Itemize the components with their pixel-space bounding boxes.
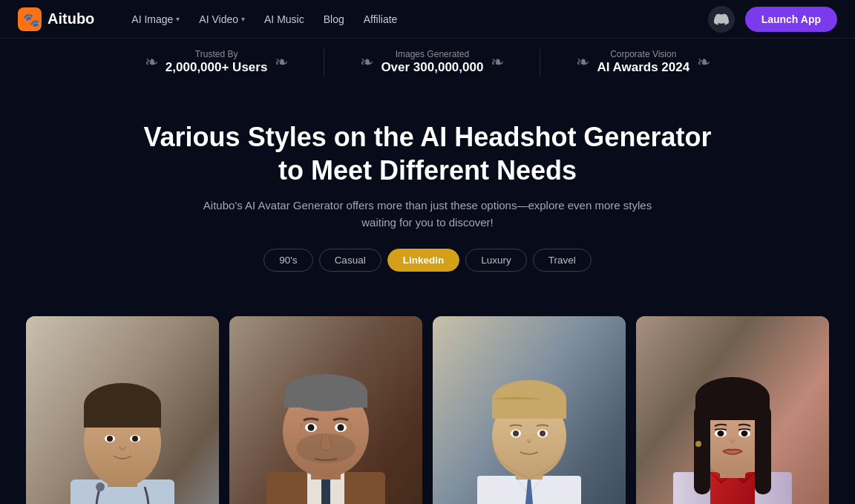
svg-rect-45 (694, 405, 710, 494)
tab-travel[interactable]: Travel (533, 249, 592, 272)
svg-point-24 (308, 425, 315, 431)
svg-rect-46 (755, 405, 771, 494)
portrait-doctor (26, 316, 219, 504)
nav-right: Launch App (708, 6, 837, 33)
hero-section: Various Styles on the AI Headshot Genera… (0, 89, 855, 316)
discord-button[interactable] (708, 6, 735, 33)
tab-linkedin[interactable]: Linkedin (387, 249, 460, 272)
laurel-right-3: ❧ (697, 53, 710, 72)
svg-point-50 (741, 431, 748, 436)
svg-rect-31 (492, 399, 566, 419)
svg-point-10 (107, 436, 113, 442)
image-card-doctor[interactable]: Doctor (26, 316, 219, 504)
nav-blog[interactable]: Blog (316, 9, 352, 30)
tab-90s[interactable]: 90's (263, 249, 312, 272)
svg-point-34 (513, 431, 519, 436)
image-card-business[interactable]: Business (229, 316, 422, 504)
brand-name: Aitubo (48, 10, 94, 27)
tab-casual[interactable]: Casual (319, 249, 381, 272)
laurel-right-1: ❧ (275, 53, 288, 72)
svg-point-35 (540, 431, 546, 436)
nav-ai-video[interactable]: AI Video ▾ (191, 9, 252, 30)
logo[interactable]: 🐾 Aitubo (18, 7, 94, 31)
chevron-down-icon: ▾ (176, 15, 180, 23)
image-card-corporate-2[interactable]: Corporate (636, 316, 829, 504)
stat-text-1: Trusted By 2,000,000+ Users (166, 49, 268, 76)
image-card-corporate-1[interactable]: Corporate (433, 316, 626, 504)
chevron-down-icon: ▾ (241, 15, 245, 23)
nav-affiliate[interactable]: Affiliate (356, 9, 405, 30)
style-tabs: 90's Casual Linkedin Luxury Travel (15, 249, 840, 272)
svg-point-12 (96, 482, 105, 491)
svg-rect-16 (321, 476, 330, 504)
svg-rect-20 (284, 393, 367, 408)
svg-point-51 (695, 441, 701, 447)
svg-text:🐾: 🐾 (23, 12, 40, 28)
stat-text-3: Corporate Vision AI Awards 2024 (597, 49, 689, 76)
navbar: 🐾 Aitubo AI Image ▾ AI Video ▾ AI Music … (0, 0, 855, 39)
launch-app-button[interactable]: Launch App (745, 7, 837, 32)
image-grid: Doctor (0, 316, 855, 504)
stat-text-2: Images Generated Over 300,000,000 (381, 49, 483, 76)
stat-images-generated: ❧ Images Generated Over 300,000,000 ❧ (324, 49, 540, 76)
laurel-left-2: ❧ (360, 53, 373, 72)
stat-trusted-by: ❧ Trusted By 2,000,000+ Users ❧ (109, 49, 325, 76)
hero-subtitle: Aitubo's AI Avatar Generator offers more… (197, 197, 658, 231)
logo-icon: 🐾 (18, 7, 42, 31)
portrait-corporate-2 (636, 316, 829, 504)
hero-title: Various Styles on the AI Headshot Genera… (138, 120, 717, 187)
portrait-business (229, 316, 422, 504)
stat-award: ❧ Corporate Vision AI Awards 2024 ❧ (540, 49, 746, 76)
laurel-right-2: ❧ (491, 53, 504, 72)
svg-point-25 (338, 425, 344, 431)
stats-bar: ❧ Trusted By 2,000,000+ Users ❧ ❧ Images… (0, 39, 855, 89)
portrait-corporate-1 (433, 316, 626, 504)
svg-point-11 (132, 436, 138, 442)
laurel-left-3: ❧ (576, 53, 589, 72)
nav-ai-image[interactable]: AI Image ▾ (124, 9, 187, 30)
nav-links: AI Image ▾ AI Video ▾ AI Music Blog Affi… (124, 9, 687, 30)
svg-rect-7 (84, 405, 161, 428)
discord-icon (714, 12, 729, 27)
svg-point-49 (718, 431, 724, 436)
laurel-left-1: ❧ (145, 53, 158, 72)
tab-luxury[interactable]: Luxury (465, 249, 527, 272)
nav-ai-music[interactable]: AI Music (257, 9, 312, 30)
